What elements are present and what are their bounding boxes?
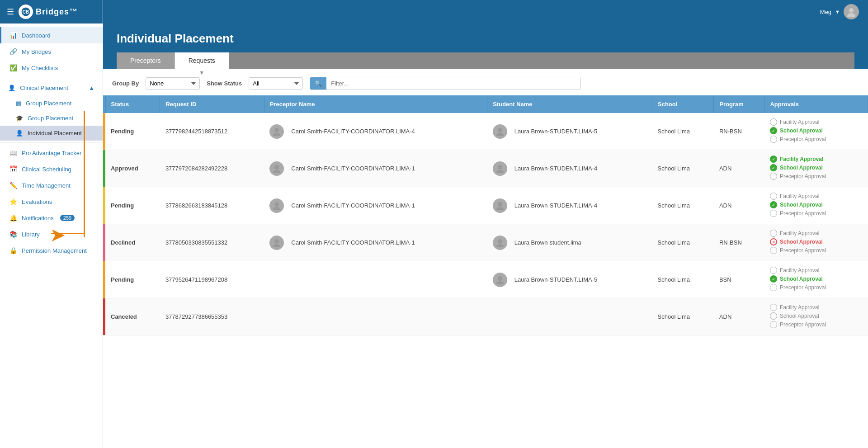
- sidebar-section-label: Clinical Placement: [20, 85, 68, 91]
- cell-program: RN-BSN: [714, 113, 764, 150]
- cell-preceptor: Carol Smith-FACILITY-COORDINATOR.LIMA-1: [264, 224, 487, 261]
- data-table: Status Request ID Preceptor Name Student…: [103, 95, 868, 335]
- clinical-icon: 👤: [8, 85, 15, 91]
- table-row[interactable]: Pending3777982442518873512 Carol Smith-F…: [103, 113, 868, 150]
- sidebar-item-label: Clinical Scheduling: [22, 166, 71, 173]
- cell-status: Approved: [105, 150, 160, 187]
- svg-point-5: [273, 133, 280, 136]
- approval-check-icon: ✓: [770, 156, 777, 163]
- approval-circle-icon: [770, 230, 777, 237]
- bridges-icon: 🔗: [9, 48, 17, 55]
- sidebar-item-individual-placement[interactable]: 👤 Individual Placement: [0, 126, 103, 141]
- col-status: Status: [105, 95, 160, 113]
- sidebar-item-evaluations[interactable]: ⭐ Evaluations: [0, 193, 103, 210]
- sidebar-item-my-bridges[interactable]: 🔗 My Bridges: [0, 43, 103, 60]
- svg-point-3: [847, 13, 855, 17]
- cell-preceptor: [264, 298, 487, 335]
- show-status-select[interactable]: All Pending Approved Declined Canceled: [249, 77, 303, 90]
- approval-label: Facility Approval: [780, 267, 819, 274]
- cell-program: ADN: [714, 298, 764, 335]
- cell-approvals: Facility Approval School Approval Precep…: [764, 298, 868, 335]
- table-row[interactable]: Pending3779526471198967208 Laura Brown-S…: [103, 261, 868, 298]
- cell-program: BSN: [714, 261, 764, 298]
- page-header: Individual Placement Preceptors Requests: [103, 24, 868, 69]
- approval-row: ✕ School Approval: [770, 238, 863, 245]
- notifications-icon: 🔔: [9, 214, 17, 222]
- user-name: Meg: [820, 9, 831, 15]
- approval-label: Preceptor Approval: [780, 210, 826, 217]
- sidebar-section-clinical[interactable]: 👤 Clinical Placement ▲: [0, 80, 103, 96]
- svg-point-17: [273, 244, 280, 247]
- student-name: Laura Brown-STUDENT.LIMA-4: [514, 202, 598, 209]
- student-name: Laura Brown-STUDENT.LIMA-5: [514, 128, 598, 135]
- group-by-select[interactable]: None Status School Program: [146, 77, 200, 90]
- cell-program: RN-BSN: [714, 224, 764, 261]
- approval-label: Preceptor Approval: [780, 136, 826, 142]
- annotation-line-vertical: [84, 111, 85, 237]
- col-approvals: Approvals: [764, 95, 868, 113]
- cell-preceptor: Carol Smith-FACILITY-COORDINATOR.LIMA-1: [264, 187, 487, 224]
- permission-icon: 🔒: [9, 247, 17, 254]
- approval-row: ✓ School Approval: [770, 275, 863, 283]
- cell-program: ADN: [714, 150, 764, 187]
- student-avatar: [493, 161, 507, 176]
- col-request-id: Request ID: [160, 95, 264, 113]
- student-avatar: [493, 236, 507, 250]
- cell-request-id: 3778050330835551332: [160, 224, 264, 261]
- approval-circle-icon: [770, 136, 777, 143]
- preceptor-name: Carol Smith-FACILITY-COORDINATOR.LIMA-1: [291, 165, 415, 172]
- cell-school: School Lima: [652, 261, 714, 298]
- cell-request-id: 3777982442518873512: [160, 113, 264, 150]
- approval-label: Preceptor Approval: [780, 173, 826, 179]
- sidebar-item-group-placement-1[interactable]: ▦ Group Placement: [0, 96, 103, 111]
- student-name: Laura Brown-student.lima: [514, 239, 581, 246]
- approval-row: ✓ Facility Approval: [770, 156, 863, 163]
- approval-row: Facility Approval: [770, 193, 863, 200]
- col-program: Program: [714, 95, 764, 113]
- hamburger-icon[interactable]: ☰: [7, 7, 14, 17]
- sidebar-item-dashboard[interactable]: 📊 Dashboard: [0, 27, 103, 43]
- sidebar-item-group-placement-2[interactable]: 🎓 Group Placement: [0, 111, 103, 126]
- svg-point-12: [274, 202, 279, 207]
- cell-school: School Lima: [652, 187, 714, 224]
- search-input[interactable]: [326, 77, 580, 90]
- approval-circle-icon: [770, 193, 777, 200]
- table-row[interactable]: Pending3778682663183845128 Carol Smith-F…: [103, 187, 868, 224]
- svg-point-15: [496, 207, 504, 210]
- sidebar-item-my-checklists[interactable]: ✅ My Checklists: [0, 60, 103, 76]
- svg-point-20: [498, 276, 502, 281]
- cell-student: Laura Brown-STUDENT.LIMA-5: [487, 261, 652, 298]
- tab-requests[interactable]: Requests: [175, 52, 229, 69]
- cell-approvals: Facility Approval ✓ School Approval Prec…: [764, 187, 868, 224]
- sidebar-item-pro-advantage[interactable]: 📖 Pro Advantage Tracker: [0, 145, 103, 161]
- approval-label: Facility Approval: [780, 304, 819, 311]
- sidebar-item-label: Dashboard: [22, 32, 51, 39]
- cell-student: Laura Brown-student.lima: [487, 224, 652, 261]
- approval-label: Preceptor Approval: [780, 321, 826, 328]
- user-menu[interactable]: Meg ▼: [820, 4, 859, 19]
- table-row[interactable]: Canceled3778729277386655353School LimaAD…: [103, 298, 868, 335]
- sidebar-item-label: Evaluations: [22, 198, 52, 205]
- cell-approvals: Facility Approval ✕ School Approval Prec…: [764, 224, 868, 261]
- cell-status: Pending: [105, 113, 160, 150]
- sidebar-item-time-management[interactable]: ✏️ Time Management: [0, 177, 103, 193]
- sidebar-item-label: Time Management: [22, 182, 71, 189]
- approval-row: Facility Approval: [770, 118, 863, 126]
- cell-school: School Lima: [652, 150, 714, 187]
- svg-point-18: [498, 239, 502, 244]
- sidebar-item-library[interactable]: 📚 Library: [0, 226, 103, 242]
- sidebar-item-clinical-scheduling[interactable]: 📅 Clinical Scheduling: [0, 161, 103, 177]
- search-button[interactable]: 🔍: [310, 77, 326, 90]
- search-box: 🔍: [310, 77, 581, 90]
- approval-check-icon: ✓: [770, 275, 777, 283]
- sidebar-item-notifications[interactable]: 🔔 Notifications 259: [0, 210, 103, 226]
- tab-preceptors[interactable]: Preceptors: [117, 52, 175, 69]
- sidebar-item-label: Pro Advantage Tracker: [22, 150, 81, 156]
- approval-circle-icon: [770, 118, 777, 126]
- top-bar: Meg ▼: [103, 0, 868, 24]
- table-row[interactable]: Declined3778050330835551332 Carol Smith-…: [103, 224, 868, 261]
- table-row[interactable]: Approved3777972084282492228 Carol Smith-…: [103, 150, 868, 187]
- approval-label: School Approval: [780, 165, 823, 171]
- sidebar-item-permission-management[interactable]: 🔒 Permission Management: [0, 242, 103, 259]
- cell-student: Laura Brown-STUDENT.LIMA-4: [487, 150, 652, 187]
